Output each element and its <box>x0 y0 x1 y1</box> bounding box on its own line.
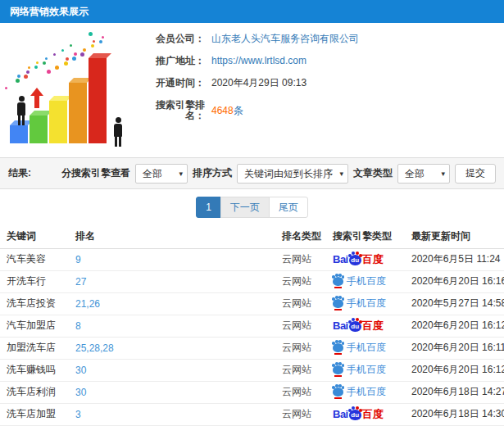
rank-link[interactable]: 25,28,28 <box>72 337 279 359</box>
open-time-label: 开通时间： <box>148 78 205 88</box>
mobile-baidu-paw-icon <box>333 274 343 288</box>
company-label: 会员公司： <box>148 34 205 44</box>
keyword-cell: 洗车店加盟 <box>0 403 72 425</box>
mobile-baidu-paw-icon <box>333 385 343 399</box>
rank-type-cell: 云网站 <box>279 315 329 337</box>
info-row-rank-count: 搜索引擎排名： 4648 条 <box>148 100 504 121</box>
article-type-select-wrap: 全部 <box>397 164 450 184</box>
table-row: 加盟洗车店 25,28,28 云网站 手机百度 2020年6月20日 16:11 <box>0 337 504 359</box>
mobile-baidu-logo: 手机百度 <box>333 363 386 377</box>
page-title: 网络营销效果展示 <box>10 6 89 17</box>
rank-link[interactable]: 8 <box>72 315 279 337</box>
mobile-baidu-logo: 手机百度 <box>333 274 386 288</box>
article-type-label: 文章类型 <box>353 166 393 180</box>
mobile-baidu-paw-icon <box>333 341 343 355</box>
illustration-bar-yellow <box>49 101 67 143</box>
page-1-button[interactable]: 1 <box>196 197 221 218</box>
keyword-cell: 汽车加盟店 <box>0 315 72 337</box>
rank-type-cell: 云网站 <box>279 359 329 381</box>
keyword-ranking-table: 关键词 排名 排名类型 搜索引擎类型 最新更新时间 汽车美容 9 云网站 Bai… <box>0 225 504 426</box>
updated-cell: 2020年6月20日 16:12 <box>408 359 504 381</box>
illustration-bar-red <box>89 58 107 143</box>
mobile-baidu-paw-icon <box>333 363 343 377</box>
sort-select-wrap: 关键词由短到长排序 <box>237 164 348 184</box>
table-body: 汽车美容 9 云网站 Baidu百度 2020年6月5日 11:24 开洗车行 … <box>0 248 504 425</box>
engine-cell: 手机百度 <box>329 292 408 315</box>
baidu-paw-icon: du <box>349 321 361 332</box>
promo-url-label: 推广地址： <box>148 56 205 66</box>
rank-count-value: 4648 <box>211 106 234 116</box>
rank-link[interactable]: 21,26 <box>72 292 279 315</box>
sort-select[interactable]: 关键词由短到长排序 <box>237 164 348 184</box>
open-time-value: 2020年4月29日 09:13 <box>211 78 306 88</box>
baidu-logo: Baidu百度 <box>333 252 384 267</box>
updated-cell: 2020年6月20日 16:12 <box>408 315 504 337</box>
engine-filter-select[interactable]: 全部 <box>135 164 188 184</box>
marketing-effect-page: 网络营销效果展示 会员公司： 山东老人头汽车服务咨询有限公司 推广地 <box>0 0 504 426</box>
engine-cell: 手机百度 <box>329 337 408 359</box>
table-row: 洗车店加盟 3 云网站 Baidu百度 2020年6月18日 14:30 <box>0 403 504 425</box>
keyword-cell: 洗车赚钱吗 <box>0 359 72 381</box>
keyword-cell: 加盟洗车店 <box>0 337 72 359</box>
filter-controls: 分搜索引擎查看 全部 排序方式 关键词由短到长排序 文章类型 全部 提交 <box>61 164 496 184</box>
rank-type-cell: 云网站 <box>279 381 329 403</box>
updated-cell: 2020年6月20日 16:11 <box>408 337 504 359</box>
col-updated: 最新更新时间 <box>408 225 504 248</box>
sort-label: 排序方式 <box>193 166 232 180</box>
submit-button[interactable]: 提交 <box>455 164 496 184</box>
rank-link[interactable]: 30 <box>72 359 279 381</box>
article-type-select[interactable]: 全部 <box>397 164 450 184</box>
updated-cell: 2020年6月18日 14:30 <box>408 403 504 425</box>
updated-cell: 2020年6月5日 11:24 <box>408 248 504 270</box>
rank-link[interactable]: 3 <box>72 403 279 425</box>
info-row-opened: 开通时间： 2020年4月29日 09:13 <box>148 78 504 88</box>
up-arrow-icon <box>30 88 43 108</box>
illustration-bar-green <box>30 116 48 143</box>
illustration-bar-blue <box>10 125 28 143</box>
col-rank: 排名 <box>72 225 279 248</box>
engine-cell: 手机百度 <box>329 381 408 403</box>
filter-bar: 结果: 分搜索引擎查看 全部 排序方式 关键词由短到长排序 文章类型 全部 提交 <box>0 157 504 189</box>
company-name-link[interactable]: 山东老人头汽车服务咨询有限公司 <box>211 34 359 44</box>
illustration-bar-orange <box>69 83 87 143</box>
engine-cell: Baidu百度 <box>329 248 408 270</box>
table-row: 洗车店投资 21,26 云网站 手机百度 2020年5月27日 14:58 <box>0 292 504 315</box>
businessman-figure-left <box>15 96 28 125</box>
engine-filter-select-wrap: 全部 <box>135 164 188 184</box>
engine-cell: 手机百度 <box>329 359 408 381</box>
table-row: 汽车加盟店 8 云网站 Baidu百度 2020年6月20日 16:12 <box>0 315 504 337</box>
mobile-baidu-logo: 手机百度 <box>333 385 386 399</box>
pagination: 1 下一页 尾页 <box>0 189 504 225</box>
info-row-url: 推广地址： https://www.lrtlsd.com <box>148 56 504 66</box>
rank-count-suffix[interactable]: 条 <box>234 106 243 116</box>
keyword-cell: 开洗车行 <box>0 270 72 292</box>
keyword-cell: 汽车美容 <box>0 248 72 270</box>
col-rank-type: 排名类型 <box>279 225 329 248</box>
baidu-paw-icon: du <box>349 410 361 420</box>
engine-rank-label: 搜索引擎排名： <box>148 100 205 121</box>
promo-url-link[interactable]: https://www.lrtlsd.com <box>211 56 306 66</box>
last-page-button[interactable]: 尾页 <box>269 197 308 218</box>
baidu-logo: Baidu百度 <box>333 407 384 422</box>
keyword-cell: 洗车店投资 <box>0 292 72 315</box>
baidu-paw-icon: du <box>349 255 361 265</box>
rank-type-cell: 云网站 <box>279 292 329 315</box>
rank-link[interactable]: 27 <box>72 270 279 292</box>
rank-type-cell: 云网站 <box>279 403 329 425</box>
next-page-button[interactable]: 下一页 <box>220 197 270 218</box>
member-info-list: 会员公司： 山东老人头汽车服务咨询有限公司 推广地址： https://www.… <box>148 23 504 157</box>
engine-cell: Baidu百度 <box>329 315 408 337</box>
result-label: 结果: <box>8 166 31 180</box>
updated-cell: 2020年6月18日 14:27 <box>408 381 504 403</box>
table-header: 关键词 排名 排名类型 搜索引擎类型 最新更新时间 <box>0 225 504 248</box>
page-header: 网络营销效果展示 <box>0 0 504 23</box>
col-engine-type: 搜索引擎类型 <box>329 225 408 248</box>
updated-cell: 2020年5月27日 14:58 <box>408 292 504 315</box>
engine-cell: 手机百度 <box>329 270 408 292</box>
table-row: 开洗车行 27 云网站 手机百度 2020年6月20日 16:16 <box>0 270 504 292</box>
rank-link[interactable]: 30 <box>72 381 279 403</box>
member-info-section: 会员公司： 山东老人头汽车服务咨询有限公司 推广地址： https://www.… <box>0 23 504 157</box>
rank-type-cell: 云网站 <box>279 248 329 270</box>
mobile-baidu-logo: 手机百度 <box>333 297 386 310</box>
rank-link[interactable]: 9 <box>72 248 279 270</box>
